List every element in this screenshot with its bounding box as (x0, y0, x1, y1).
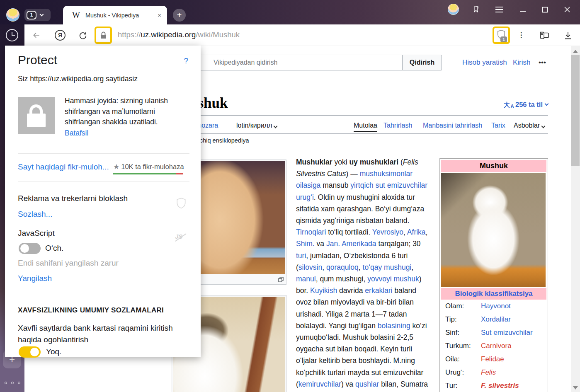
javascript-toggle[interactable] (19, 243, 41, 254)
tab-read[interactable]: Mutolaa (354, 122, 377, 129)
title-divider (176, 115, 548, 116)
expand-icon[interactable] (278, 276, 284, 284)
search-input[interactable] (198, 55, 403, 70)
panel-divider (18, 153, 189, 154)
taxon-redlink[interactable]: Felidae (481, 355, 504, 363)
toolbar-divider (533, 31, 533, 39)
taxon-redlink[interactable]: F. silvestris (481, 382, 519, 390)
tab-tools[interactable]: Asboblar (514, 122, 545, 129)
taxobox-row: Tur: F. silvestris (441, 379, 546, 392)
tab-close-icon[interactable]: × (158, 12, 161, 19)
sync-avatar[interactable] (448, 4, 459, 15)
blocked-count-badge: 1 (500, 36, 507, 42)
sidebar-more-icon[interactable] (5, 382, 20, 384)
javascript-toggle-label: Oʻch. (45, 244, 63, 253)
taxobox-row: Oila: Felidae (441, 353, 546, 366)
details-link[interactable]: Batafsil (65, 129, 88, 138)
taxobox-row: Tip: Xordalilar (441, 313, 546, 326)
protect-shield-highlight[interactable]: 1 (493, 27, 510, 44)
scroll-up-icon[interactable] (573, 50, 578, 53)
url-scheme: https:// (118, 30, 141, 39)
reload-icon[interactable] (77, 30, 88, 41)
maximize-button[interactable] (539, 4, 551, 15)
javascript-title: JavaScript (18, 229, 55, 238)
collections-icon[interactable] (539, 30, 550, 41)
close-button[interactable] (561, 4, 573, 15)
tab-variant[interactable]: lotin/кирилл (236, 122, 277, 129)
bank-warning-toggle[interactable] (19, 346, 41, 358)
article-paragraph: Mushuklar yoki uy mushuklari (Felis Silv… (296, 156, 430, 392)
help-link[interactable]: ? (184, 56, 188, 65)
bank-card-warning-text: Xavfli saytlarda bank kartasi raqamini k… (18, 322, 180, 345)
user-more-icon[interactable]: ••• (539, 58, 546, 67)
taxobox-row: Olam: Hayvonot (441, 300, 546, 313)
extensions-more-icon[interactable]: ⋮ (515, 30, 527, 41)
tab-group-button[interactable]: 1 (24, 9, 51, 21)
back-icon[interactable] (31, 30, 42, 41)
language-count-label: 256 ta til (515, 101, 543, 109)
language-selector[interactable]: A 256 ta til (504, 101, 548, 109)
protect-panel: Protect ? Siz https://uz.wikipedia.org s… (5, 46, 201, 357)
connection-status-text: Hammasi joyida: sizning ulanish shifrlan… (65, 96, 189, 128)
site-identity-text: Siz https://uz.wikipedia.org saytidasiz (18, 75, 138, 83)
taxobox-section-link[interactable]: Biologik klassifikatsiya (441, 288, 546, 300)
titlebar-divider (59, 11, 59, 20)
menu-icon[interactable] (493, 4, 505, 15)
downloads-icon[interactable] (562, 30, 574, 41)
browser-tab[interactable]: W Mushuk - Vikipediya × (63, 6, 167, 24)
taxon-redlink[interactable]: Carnivora (481, 342, 512, 350)
kitten-photo[interactable] (441, 173, 546, 287)
scrollbar-thumb[interactable] (571, 55, 580, 166)
chevron-down-icon (40, 12, 44, 17)
tab-count-badge: 1 (27, 11, 36, 19)
taxon-redlink[interactable]: Felis (481, 368, 496, 377)
bank-warning-toggle-label: Yoq. (46, 347, 61, 356)
site-lock-highlight[interactable] (95, 27, 112, 44)
search-button[interactable]: Qidirish (402, 55, 442, 70)
adblock-title: Reklama va trekerlarni bloklash (18, 194, 128, 203)
browser-toolbar: Я https://uz.wikipedia.org/wiki/Mushuk 1… (24, 24, 580, 46)
chevron-down-icon (274, 124, 278, 128)
yandex-icon[interactable]: Я (54, 30, 66, 41)
minimize-button[interactable] (517, 4, 529, 15)
tab-edit[interactable]: Tahrirlash (383, 122, 412, 129)
secure-lock-icon (18, 97, 55, 134)
tab-edit-source[interactable]: Manbasini tahrirlash (423, 122, 482, 129)
refresh-required-note: Endi sahifani yangilash zarur (18, 259, 119, 268)
tabs-divider (176, 133, 548, 134)
taxon-link[interactable]: Sut emizuvchilar (481, 329, 533, 337)
url-host: uz.wikipedia.org (141, 30, 196, 39)
tab-history[interactable]: Tarix (491, 122, 505, 129)
history-icon[interactable] (6, 29, 18, 41)
taxobox: Mushuk Biologik klassifikatsiya Olam: Ha… (439, 158, 548, 392)
address-url[interactable]: https://uz.wikipedia.org/wiki/Mushuk (118, 30, 240, 39)
taxobox-title: Mushuk (441, 160, 546, 172)
tab-title: Mushuk - Vikipediya (85, 12, 139, 19)
bookmarks-icon[interactable] (470, 4, 482, 15)
site-rating: ★10K ta fikr-mulohaza (113, 162, 184, 171)
url-path: /wiki/Mushuk (196, 30, 240, 39)
site-feedback-link[interactable]: Sayt haqidagi fikr-muloh... (18, 162, 109, 172)
refresh-link[interactable]: Yangilash (18, 274, 52, 283)
shield-icon: 1 (497, 29, 506, 41)
panel-divider (18, 181, 189, 181)
chevron-down-icon (545, 102, 549, 106)
login-link[interactable]: Kirish (513, 58, 531, 67)
profile-avatar[interactable] (6, 8, 19, 22)
create-account-link[interactable]: Hisob yaratish (462, 58, 507, 67)
taxobox-row: Turkum: Carnivora (441, 339, 546, 353)
javascript-disabled-icon: JS (175, 233, 187, 242)
page-scrollbar[interactable] (571, 46, 580, 392)
browser-titlebar: 1 W Mushuk - Vikipediya × + (0, 0, 580, 24)
taxon-link[interactable]: Hayvonot (481, 302, 511, 310)
taxobox-row: Sinf: Sut emizuvchilar (441, 326, 546, 339)
taxon-link[interactable]: Xordalilar (481, 315, 511, 324)
adblock-shield-icon (176, 197, 187, 211)
adblock-settings-link[interactable]: Sozlash... (18, 210, 52, 219)
language-icon: A (504, 101, 513, 109)
rating-bar (113, 173, 183, 174)
new-tab-button[interactable]: + (173, 9, 186, 22)
chevron-down-icon (541, 124, 546, 128)
taxobox-row: Urugʻ: Felis (441, 366, 546, 379)
scroll-down-icon[interactable] (573, 386, 578, 390)
